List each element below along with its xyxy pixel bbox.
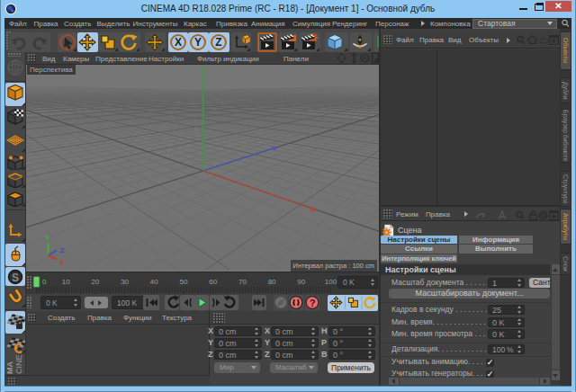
svg-text:?: ?	[310, 298, 316, 308]
svg-text:0: 0	[42, 278, 47, 286]
svg-text:X: X	[59, 258, 65, 266]
svg-text:X: X	[175, 36, 182, 49]
svg-text:40: 40	[150, 278, 158, 286]
svg-text:30: 30	[121, 278, 129, 286]
svg-text:100: 100	[325, 278, 338, 286]
svg-text:Y: Y	[194, 36, 202, 49]
svg-text:50: 50	[180, 278, 188, 286]
svg-text:70: 70	[238, 278, 247, 286]
svg-text:S: S	[12, 272, 19, 284]
svg-text:Z: Z	[215, 36, 221, 49]
svg-text:10: 10	[62, 278, 70, 286]
svg-text:90: 90	[297, 278, 305, 286]
svg-text:80: 80	[268, 278, 276, 286]
svg-text:Y: Y	[45, 234, 50, 242]
svg-text:Z: Z	[60, 246, 65, 254]
svg-text:20: 20	[91, 278, 99, 286]
svg-text:60: 60	[209, 278, 217, 286]
